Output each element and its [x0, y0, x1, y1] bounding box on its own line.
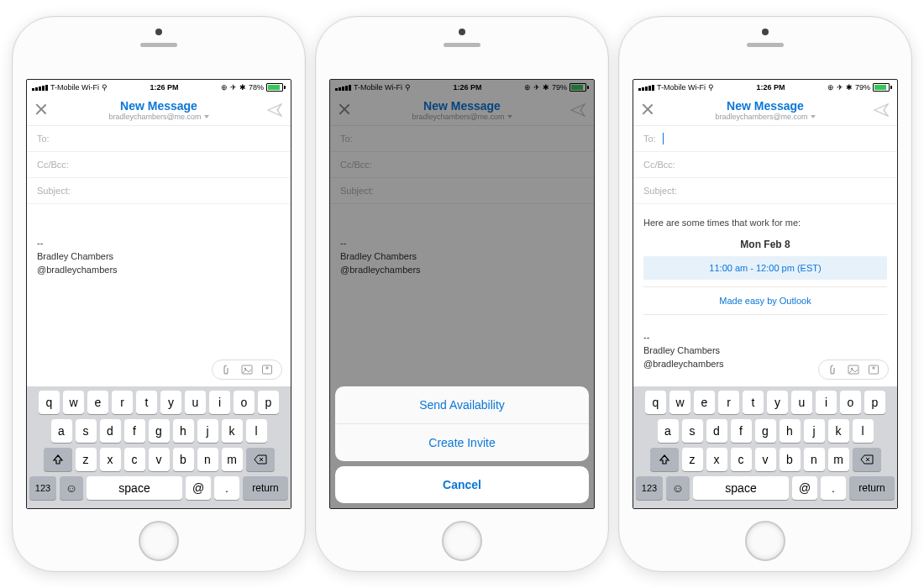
- close-button[interactable]: [642, 103, 654, 115]
- emoji-key[interactable]: ☺: [60, 476, 83, 500]
- key-t[interactable]: t: [136, 391, 157, 414]
- return-key[interactable]: return: [243, 476, 288, 500]
- attach-icon[interactable]: [221, 364, 233, 375]
- key-n[interactable]: n: [804, 448, 825, 471]
- availability-date: Mon Feb 8: [643, 238, 887, 251]
- signature-handle: @bradleychambers: [37, 263, 281, 276]
- key-e[interactable]: e: [694, 391, 715, 414]
- to-field[interactable]: To:: [27, 126, 291, 152]
- key-x[interactable]: x: [706, 448, 727, 471]
- key-e[interactable]: e: [87, 391, 108, 414]
- key-d[interactable]: d: [706, 419, 727, 443]
- cc-bcc-field[interactable]: Cc/Bcc:: [633, 152, 897, 178]
- key-z[interactable]: z: [76, 448, 97, 471]
- period-key[interactable]: .: [821, 476, 846, 500]
- key-z[interactable]: z: [682, 448, 703, 471]
- availability-link[interactable]: Made easy by Outlook: [643, 294, 887, 307]
- photo-icon[interactable]: [241, 364, 253, 375]
- shift-key[interactable]: [44, 448, 72, 471]
- key-o[interactable]: o: [234, 391, 255, 414]
- key-f[interactable]: f: [124, 419, 145, 443]
- message-body[interactable]: -- Bradley Chambers @bradleychambers: [27, 204, 291, 386]
- backspace-key[interactable]: [246, 448, 275, 471]
- key-y[interactable]: y: [160, 391, 181, 414]
- key-y[interactable]: y: [767, 391, 788, 414]
- to-field[interactable]: To:: [633, 126, 897, 152]
- calendar-icon[interactable]: [261, 364, 273, 375]
- phone-3: T-Mobile Wi-Fi⚲ 1:26 PM ⊕✈︎✱79% New Mess…: [618, 16, 912, 572]
- key-m[interactable]: m: [222, 448, 243, 471]
- emoji-key[interactable]: ☺: [666, 476, 690, 500]
- key-g[interactable]: g: [149, 419, 170, 443]
- home-button[interactable]: [442, 521, 482, 561]
- photo-icon[interactable]: [848, 364, 859, 375]
- key-h[interactable]: h: [780, 419, 801, 443]
- space-key[interactable]: space: [693, 476, 789, 500]
- key-j[interactable]: j: [197, 419, 218, 443]
- key-w[interactable]: w: [63, 391, 84, 414]
- cancel-button[interactable]: Cancel: [335, 466, 589, 503]
- key-t[interactable]: t: [743, 391, 764, 414]
- home-button[interactable]: [745, 521, 785, 561]
- key-k[interactable]: k: [222, 419, 243, 443]
- key-b[interactable]: b: [173, 448, 194, 471]
- key-s[interactable]: s: [76, 419, 97, 443]
- numbers-key[interactable]: 123: [29, 476, 56, 500]
- at-key[interactable]: @: [792, 476, 817, 500]
- key-o[interactable]: o: [840, 391, 861, 414]
- key-j[interactable]: j: [804, 419, 825, 443]
- account-picker[interactable]: bradleychambers@me.com: [715, 113, 815, 121]
- home-button[interactable]: [139, 521, 179, 561]
- key-u[interactable]: u: [185, 391, 206, 414]
- key-s[interactable]: s: [682, 419, 703, 443]
- return-key[interactable]: return: [849, 476, 895, 500]
- close-button[interactable]: [35, 103, 47, 115]
- send-button[interactable]: [267, 103, 282, 117]
- key-g[interactable]: g: [755, 419, 776, 443]
- key-c[interactable]: c: [124, 448, 145, 471]
- key-d[interactable]: d: [100, 419, 121, 443]
- key-c[interactable]: c: [731, 448, 752, 471]
- key-p[interactable]: p: [864, 391, 885, 414]
- subject-field[interactable]: Subject:: [27, 178, 291, 204]
- key-b[interactable]: b: [780, 448, 801, 471]
- send-availability-button[interactable]: Send Availability: [335, 386, 589, 423]
- key-x[interactable]: x: [100, 448, 121, 471]
- create-invite-button[interactable]: Create Invite: [335, 423, 589, 461]
- key-r[interactable]: r: [718, 391, 739, 414]
- key-a[interactable]: a: [51, 419, 72, 443]
- key-n[interactable]: n: [197, 448, 218, 471]
- key-m[interactable]: m: [828, 448, 849, 471]
- key-l[interactable]: l: [853, 419, 874, 443]
- message-body[interactable]: Here are some times that work for me: Mo…: [633, 204, 897, 386]
- key-p[interactable]: p: [258, 391, 279, 414]
- key-r[interactable]: r: [112, 391, 133, 414]
- space-key[interactable]: space: [87, 476, 182, 500]
- key-h[interactable]: h: [173, 419, 194, 443]
- availability-slot[interactable]: 11:00 am - 12:00 pm (EST): [643, 256, 887, 280]
- key-l[interactable]: l: [246, 419, 267, 443]
- key-u[interactable]: u: [791, 391, 812, 414]
- period-key[interactable]: .: [214, 476, 239, 500]
- account-picker[interactable]: bradleychambers@me.com: [108, 113, 208, 121]
- key-k[interactable]: k: [828, 419, 849, 443]
- key-v[interactable]: v: [149, 448, 170, 471]
- key-a[interactable]: a: [658, 419, 679, 443]
- key-v[interactable]: v: [755, 448, 776, 471]
- action-sheet-scrim[interactable]: Send Availability Create Invite Cancel: [330, 80, 594, 508]
- key-f[interactable]: f: [731, 419, 752, 443]
- send-button[interactable]: [874, 103, 889, 117]
- shift-key[interactable]: [650, 448, 679, 471]
- cc-bcc-field[interactable]: Cc/Bcc:: [27, 152, 291, 178]
- at-key[interactable]: @: [186, 476, 211, 500]
- key-i[interactable]: i: [209, 391, 230, 414]
- subject-field[interactable]: Subject:: [633, 178, 897, 204]
- key-q[interactable]: q: [39, 391, 60, 414]
- key-i[interactable]: i: [816, 391, 837, 414]
- backspace-key[interactable]: [853, 448, 881, 471]
- calendar-icon[interactable]: [868, 364, 879, 375]
- key-q[interactable]: q: [645, 391, 666, 414]
- key-w[interactable]: w: [669, 391, 690, 414]
- numbers-key[interactable]: 123: [636, 476, 663, 500]
- attach-icon[interactable]: [827, 364, 839, 375]
